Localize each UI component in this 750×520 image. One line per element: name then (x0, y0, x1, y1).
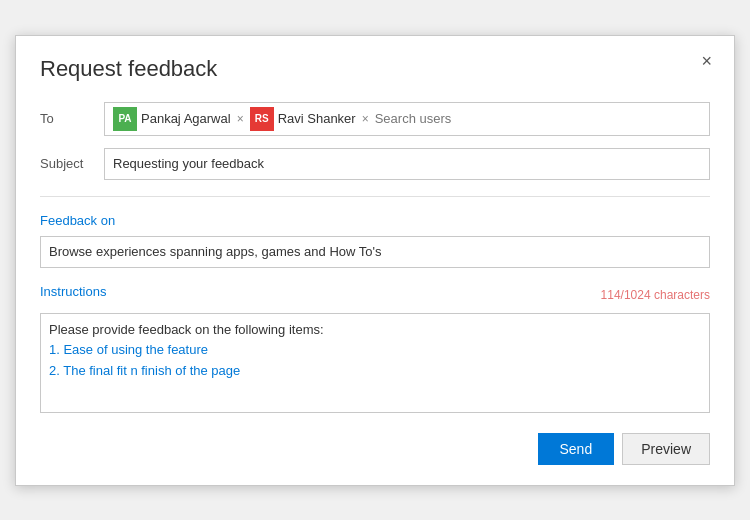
subject-input[interactable] (104, 148, 710, 180)
subject-row: Subject (40, 148, 710, 180)
search-users-input[interactable] (375, 111, 701, 126)
instructions-line2: 1. Ease of using the feature (49, 340, 701, 361)
feedback-on-label: Feedback on (40, 213, 710, 228)
preview-button[interactable]: Preview (622, 433, 710, 465)
recipient-chip-rs: RS Ravi Shanker × (250, 107, 371, 131)
close-button[interactable]: × (695, 50, 718, 72)
instructions-line3: 2. The final fit n finish of the page (49, 361, 701, 382)
dialog-footer: Send Preview (40, 433, 710, 465)
instructions-content[interactable]: Please provide feedback on the following… (40, 313, 710, 413)
recipient-chip-pa: PA Pankaj Agarwal × (113, 107, 246, 131)
instructions-section: Instructions 114/1024 characters Please … (40, 284, 710, 413)
subject-label: Subject (40, 156, 104, 171)
instructions-label: Instructions (40, 284, 106, 299)
to-label: To (40, 111, 104, 126)
to-row: To PA Pankaj Agarwal × RS Ravi Shanker × (40, 102, 710, 136)
request-feedback-dialog: Request feedback × To PA Pankaj Agarwal … (15, 35, 735, 486)
remove-pa-button[interactable]: × (235, 113, 246, 125)
avatar-rs: RS (250, 107, 274, 131)
instructions-header: Instructions 114/1024 characters (40, 284, 710, 307)
to-field[interactable]: PA Pankaj Agarwal × RS Ravi Shanker × (104, 102, 710, 136)
dialog-title: Request feedback (40, 56, 710, 82)
recipient-name-pa: Pankaj Agarwal (141, 111, 231, 126)
feedback-on-section: Feedback on (40, 213, 710, 284)
char-count: 114/1024 characters (601, 288, 710, 302)
avatar-pa: PA (113, 107, 137, 131)
divider-1 (40, 196, 710, 197)
recipient-name-rs: Ravi Shanker (278, 111, 356, 126)
feedback-on-input[interactable] (40, 236, 710, 268)
remove-rs-button[interactable]: × (360, 113, 371, 125)
instructions-line1: Please provide feedback on the following… (49, 320, 701, 341)
send-button[interactable]: Send (538, 433, 615, 465)
